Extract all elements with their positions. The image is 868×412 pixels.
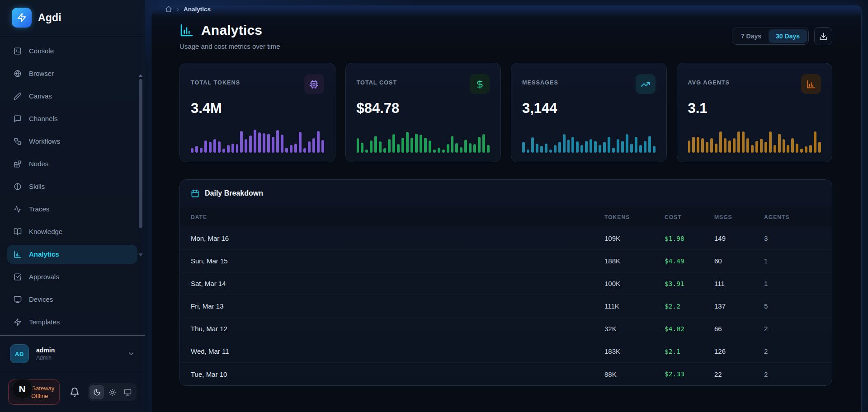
cell-tokens: 183K: [604, 347, 665, 355]
table-row: Tue, Mar 1088K$2.33222: [180, 363, 832, 385]
stat-card-messages: MESSAGES 3,144: [511, 63, 667, 162]
column-header-msgs: MSGS: [714, 214, 764, 220]
cell-date: Sun, Mar 15: [191, 257, 604, 265]
spark-bar: [245, 139, 247, 153]
column-header-date: DATE: [191, 214, 604, 220]
breadcrumb-current: Analytics: [184, 6, 211, 13]
sidebar-item-label: Channels: [29, 115, 57, 122]
cell-date: Sat, Mar 14: [191, 280, 604, 287]
spark-bar: [764, 142, 767, 153]
spark-bar: [374, 136, 377, 153]
spark-bar: [585, 141, 588, 153]
scroll-down-arrow-icon[interactable]: [138, 253, 143, 257]
cell-date: Wed, Mar 11: [191, 347, 604, 355]
sidebar-item-console[interactable]: Console: [7, 42, 137, 61]
spark-bar: [733, 138, 736, 153]
sidebar-item-channels[interactable]: Channels: [7, 109, 137, 128]
cell-tokens: 100K: [604, 280, 665, 287]
stat-cards: TOTAL TOKENS 3.4M TOTAL COST $84.78 MESS…: [179, 63, 832, 162]
sidebar-item-browser[interactable]: Browser: [7, 64, 137, 83]
terminal-icon: [14, 47, 22, 55]
spark-bar: [200, 148, 203, 153]
sidebar-item-workflows[interactable]: Workflows: [7, 132, 137, 151]
sidebar-item-label: Workflows: [29, 137, 60, 145]
spark-bar: [742, 131, 745, 153]
spark-bar: [379, 141, 382, 153]
spark-bar: [796, 144, 798, 153]
spark-bar: [451, 136, 454, 153]
cell-date: Tue, Mar 10: [191, 370, 604, 378]
sidebar-item-canvas[interactable]: Canvas: [7, 87, 137, 106]
spark-bar: [608, 137, 610, 153]
spark-bar: [590, 139, 592, 153]
gateway-status-line2: Offline: [31, 392, 59, 400]
user-menu[interactable]: AD admin Admin: [0, 335, 145, 372]
scrollbar-thumb[interactable]: [139, 79, 142, 228]
cell-agents: 2: [764, 325, 821, 332]
spark-bar: [361, 143, 363, 153]
cell-msgs: 126: [714, 347, 764, 355]
theme-dark-button[interactable]: [90, 385, 104, 399]
spark-bar: [692, 137, 695, 153]
range-7days-button[interactable]: 7 Days: [734, 29, 769, 43]
sidebar-item-templates[interactable]: Templates: [7, 313, 137, 332]
cell-cost: $1.98: [665, 235, 714, 242]
sun-icon: [108, 389, 116, 396]
spark-bar: [545, 144, 547, 153]
cell-agents: 1: [764, 280, 821, 287]
sidebar-item-nodes[interactable]: Nodes: [7, 154, 137, 173]
zap-icon: [14, 318, 22, 326]
sparkline-messages: [522, 125, 656, 153]
breadcrumb: › Analytics: [165, 5, 832, 14]
spark-bar: [778, 134, 781, 153]
notifications-button[interactable]: [70, 387, 80, 397]
spark-bar: [536, 144, 538, 153]
sidebar-item-approvals[interactable]: Approvals: [7, 267, 137, 286]
spark-bar: [272, 137, 274, 153]
spark-bar: [209, 142, 212, 153]
spark-bar: [563, 134, 566, 153]
table-title: Daily Breakdown: [205, 189, 263, 197]
theme-light-button[interactable]: [105, 385, 119, 399]
spark-bar: [424, 138, 427, 153]
sidebar-item-skills[interactable]: Skills: [7, 177, 137, 196]
home-icon[interactable]: [165, 5, 172, 13]
sidebar-footer: Gateway Offline N: [0, 372, 145, 412]
spark-bar: [420, 135, 422, 153]
stat-label: AVG AGENTS: [688, 80, 730, 86]
spark-bar: [710, 138, 713, 153]
cell-agents: 2: [764, 347, 821, 355]
sidebar-item-traces[interactable]: Traces: [7, 200, 137, 219]
theme-system-button[interactable]: [120, 385, 135, 399]
user-meta: admin Admin: [36, 346, 120, 361]
scroll-up-arrow-icon[interactable]: [138, 74, 143, 77]
spark-bar: [715, 144, 717, 153]
cell-cost: $4.49: [665, 258, 714, 265]
user-name: admin: [36, 346, 120, 354]
spark-bar: [603, 142, 606, 153]
range-30days-button[interactable]: 30 Days: [769, 29, 807, 43]
spark-bar: [783, 139, 785, 153]
sidebar-item-label: Skills: [29, 183, 45, 190]
table-row: Sat, Mar 14100K$3.911111: [180, 272, 832, 295]
sidebar-item-label: Approvals: [29, 273, 59, 281]
spark-bar: [464, 140, 467, 153]
cell-cost: $4.02: [665, 325, 714, 332]
export-button[interactable]: [814, 27, 832, 45]
spark-bar: [442, 150, 445, 153]
cell-agents: 5: [764, 302, 821, 310]
sidebar-item-label: Canvas: [29, 92, 52, 100]
spark-bar: [370, 140, 373, 153]
spark-bar: [397, 144, 400, 153]
sidebar-item-analytics[interactable]: Analytics: [7, 245, 137, 264]
sidebar-item-devices[interactable]: Devices: [7, 290, 137, 309]
brand-name: Agdi: [38, 12, 61, 24]
cell-cost: $3.91: [665, 280, 714, 287]
spark-bar: [719, 131, 722, 153]
spark-bar: [263, 133, 265, 153]
spark-bar: [487, 145, 490, 153]
spark-bar: [249, 136, 252, 153]
sidebar-item-knowledge[interactable]: Knowledge: [7, 222, 137, 241]
spark-bar: [558, 142, 561, 153]
stat-label: TOTAL TOKENS: [191, 80, 240, 86]
